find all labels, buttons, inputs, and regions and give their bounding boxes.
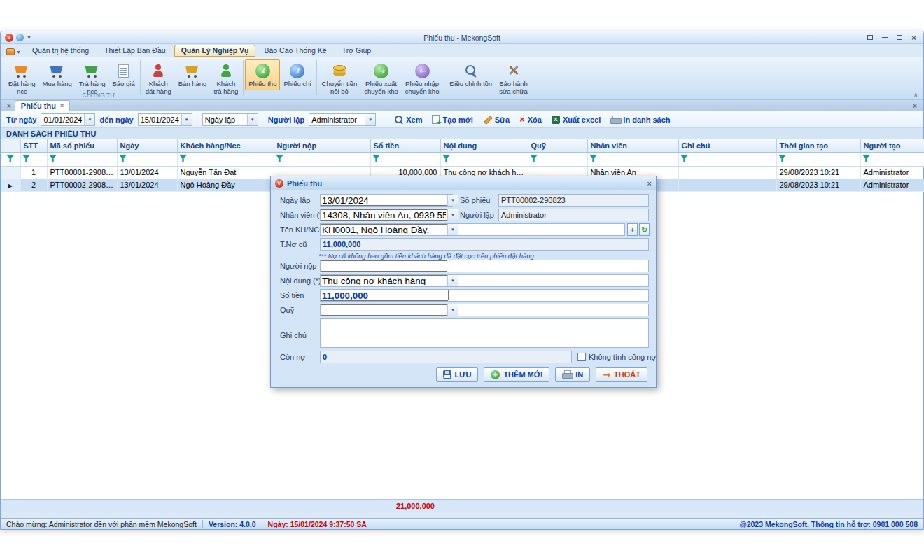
ribbon-collapse-icon[interactable]: ∧ <box>913 92 918 98</box>
payer-field[interactable] <box>320 260 649 272</box>
payer-input[interactable] <box>321 260 447 272</box>
date-type-input[interactable] <box>203 114 247 125</box>
ribbon-item-bao-gia[interactable]: Báo giá <box>109 59 139 90</box>
ribbon-item-dieu-chinh-ton[interactable]: Điều chỉnh tồn <box>446 59 496 90</box>
ribbon-item-bao-hanh-sua-chua[interactable]: Bảo hành sửa chữa <box>496 59 531 97</box>
print-list-button[interactable]: In danh sách <box>606 114 675 125</box>
menu-tab-thiet-lap-ban-dau[interactable]: Thiết Lập Ban Đầu <box>97 45 173 57</box>
filter-cell[interactable] <box>528 152 587 166</box>
column-header-ma-so-phieu[interactable]: Mã số phiếu <box>47 139 117 152</box>
ribbon-item-phieu-xuat-chuyen-kho[interactable]: → Phiếu xuất chuyển kho <box>360 59 402 97</box>
filter-cell[interactable] <box>678 152 776 166</box>
chevron-down-icon[interactable]: ▼ <box>447 275 458 286</box>
maximize-icon[interactable] <box>894 34 904 42</box>
fund-select[interactable]: ▼ <box>320 304 649 316</box>
column-header-so-tien[interactable]: Số tiền <box>370 139 440 152</box>
content-select[interactable]: ▼ <box>320 274 649 287</box>
column-header-nguoi-nop[interactable]: Người nộp <box>274 139 370 152</box>
close-dialog-icon[interactable]: × <box>648 179 652 188</box>
filter-cell[interactable] <box>370 152 440 166</box>
date-picker[interactable]: ▼ <box>320 194 453 206</box>
from-date-input[interactable] <box>41 114 84 125</box>
column-header-thoi-gian-tao[interactable]: Thời gian tạo <box>776 139 860 152</box>
close-window-icon[interactable]: × <box>909 34 919 42</box>
ribbon-item-khach-tra-hang[interactable]: Khách trả hàng <box>210 59 241 97</box>
create-new-button[interactable]: Tạo mới <box>427 113 477 125</box>
minimize-icon[interactable] <box>879 34 890 42</box>
column-header-quy[interactable]: Quỹ <box>528 139 587 152</box>
chevron-down-icon[interactable]: ▼ <box>181 114 192 125</box>
menu-tab-bao-cao-thong-ke[interactable]: Báo Cáo Thống Kê <box>257 45 333 57</box>
column-header-noi-dung[interactable]: Nội dung <box>440 139 528 152</box>
customer-input[interactable] <box>321 224 447 235</box>
restore-icon[interactable] <box>864 34 875 42</box>
chevron-down-icon[interactable]: ▼ <box>365 114 375 125</box>
filter-cell[interactable] <box>47 152 117 166</box>
column-header-stt[interactable]: STT <box>20 139 47 152</box>
menu-tab-quan-tri-he-thong[interactable]: Quản trị hệ thống <box>25 45 96 57</box>
amount-field[interactable] <box>320 289 649 302</box>
column-header-nguoi-tao[interactable]: Người tạo <box>860 139 924 152</box>
date-input[interactable] <box>321 195 447 206</box>
delete-button[interactable]: × Xóa <box>514 114 547 125</box>
no-debt-checkbox[interactable] <box>578 353 586 361</box>
menu-tab-tro-giup[interactable]: Trợ Giúp <box>335 45 379 57</box>
add-new-button[interactable]: THÊM MỚI <box>484 368 550 382</box>
fund-input[interactable] <box>321 304 447 316</box>
filter-cell[interactable] <box>177 152 274 166</box>
save-button[interactable]: LƯU <box>436 368 479 382</box>
filter-cell[interactable] <box>860 152 924 166</box>
ribbon-item-mua-hang[interactable]: Mua hàng <box>39 59 76 90</box>
filter-icon <box>531 155 538 162</box>
creator-input[interactable] <box>309 114 365 125</box>
to-date-input[interactable] <box>139 114 181 125</box>
employee-select[interactable]: ▼ <box>320 209 453 221</box>
filter-cell[interactable] <box>117 152 177 166</box>
close-all-tabs-icon[interactable]: × <box>4 102 15 111</box>
filter-cell[interactable] <box>274 152 370 166</box>
chevron-down-icon[interactable]: ▼ <box>447 195 458 206</box>
filter-icon <box>180 155 187 162</box>
ribbon-item-dat-hang-ncc[interactable]: Đặt hàng ncc <box>5 59 39 97</box>
from-date-picker[interactable]: ▼ <box>41 113 95 126</box>
column-header-ghi-chu[interactable]: Ghi chú <box>678 139 776 152</box>
tab-phieu-thu[interactable]: Phiếu thu × <box>15 100 70 111</box>
filter-cell[interactable] <box>776 152 860 166</box>
ribbon-item-phieu-chi[interactable]: ↑ Phiếu chi <box>280 59 314 90</box>
refresh-customer-button[interactable]: ↻ <box>639 223 650 236</box>
column-header-nhan-vien[interactable]: Nhân viên <box>587 139 678 152</box>
amount-input[interactable] <box>321 290 449 301</box>
chevron-down-icon[interactable]: ▼ <box>447 224 458 235</box>
ribbon-item-khach-dat-hang[interactable]: Khách đặt hàng <box>142 59 175 97</box>
chevron-down-icon[interactable]: ▼ <box>247 114 258 125</box>
close-document-icon[interactable]: × <box>909 102 920 111</box>
content-input[interactable] <box>321 275 447 286</box>
to-date-picker[interactable]: ▼ <box>138 113 192 126</box>
exit-button[interactable]: THOÁT <box>596 368 648 382</box>
filter-cell[interactable] <box>587 152 678 166</box>
close-tab-icon[interactable]: × <box>60 102 64 109</box>
menu-tab-quan-ly-nghiep-vu[interactable]: Quản Lý Nghiệp Vụ <box>174 45 256 57</box>
date-type-select[interactable]: ▼ <box>202 113 258 126</box>
export-excel-button[interactable]: Xuất excel <box>547 114 606 125</box>
note-textarea[interactable] <box>320 318 649 348</box>
ribbon-item-ban-hang[interactable]: Bán hàng <box>175 59 211 90</box>
skin-selector[interactable]: ▼ <box>4 48 24 56</box>
view-button[interactable]: Xem <box>390 114 427 125</box>
customer-select[interactable]: ▼ <box>320 223 625 236</box>
creator-select[interactable]: ▼ <box>309 113 376 126</box>
column-header-ngay[interactable]: Ngày <box>117 139 177 152</box>
edit-button[interactable]: Sửa <box>478 114 514 125</box>
chevron-down-icon[interactable]: ▼ <box>447 209 458 220</box>
filter-cell[interactable] <box>20 152 47 166</box>
ribbon-item-phieu-thu[interactable]: ↓ Phiếu thu <box>245 59 280 90</box>
ribbon-item-phieu-nhap-chuyen-kho[interactable]: ← Phiếu nhập chuyển kho <box>402 59 443 97</box>
add-customer-button[interactable]: + <box>627 223 638 236</box>
column-header-khach-hang[interactable]: Khách hàng/Ncc <box>177 139 274 152</box>
employee-input[interactable] <box>321 209 447 220</box>
ribbon-item-chuyen-tien-noi-bo[interactable]: Chuyển tiền nội bộ <box>318 59 361 97</box>
chevron-down-icon[interactable]: ▼ <box>447 304 458 316</box>
print-button[interactable]: IN <box>555 368 590 382</box>
filter-cell[interactable] <box>440 152 528 166</box>
chevron-down-icon[interactable]: ▼ <box>84 114 94 125</box>
